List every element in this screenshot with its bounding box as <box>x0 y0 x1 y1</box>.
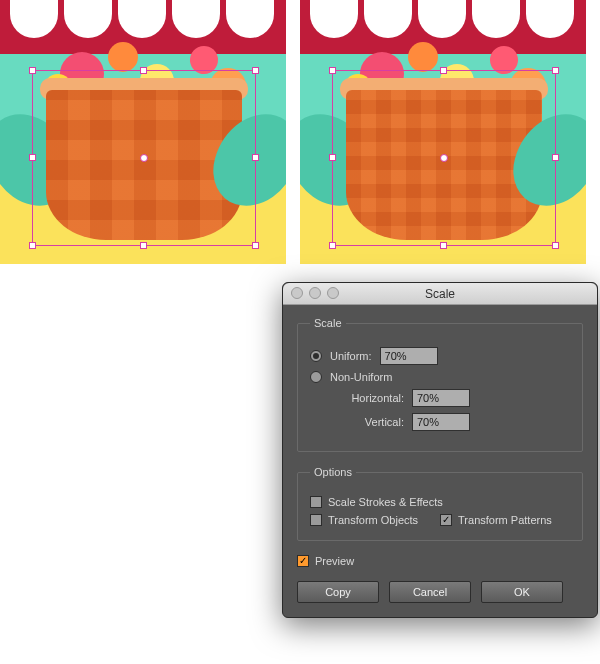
scale-dialog: Scale Scale Uniform: Non-Uniform Horizon… <box>282 282 598 618</box>
scale-strokes-label: Scale Strokes & Effects <box>328 496 443 508</box>
selection-bounds[interactable] <box>332 70 556 246</box>
scale-legend: Scale <box>310 317 346 329</box>
handle-mid-left[interactable] <box>329 154 336 161</box>
transform-patterns-label: Transform Patterns <box>458 514 552 526</box>
handle-mid-right[interactable] <box>552 154 559 161</box>
nonuniform-row: Non-Uniform <box>310 371 570 383</box>
handle-bottom-left[interactable] <box>329 242 336 249</box>
handle-top-center[interactable] <box>440 67 447 74</box>
uniform-input[interactable] <box>380 347 438 365</box>
transform-row: Transform Objects Transform Patterns <box>310 514 570 526</box>
vertical-label: Vertical: <box>330 416 404 428</box>
uniform-label: Uniform: <box>330 350 372 362</box>
window-controls <box>291 287 339 299</box>
scale-strokes-checkbox[interactable] <box>310 496 322 508</box>
horizontal-input[interactable] <box>412 389 470 407</box>
artboard-after <box>300 0 586 264</box>
zoom-icon[interactable] <box>327 287 339 299</box>
scale-strokes-row: Scale Strokes & Effects <box>310 496 570 508</box>
copy-button[interactable]: Copy <box>297 581 379 603</box>
dialog-title: Scale <box>425 287 455 301</box>
horizontal-row: Horizontal: <box>330 389 570 407</box>
options-legend: Options <box>310 466 356 478</box>
nonuniform-label: Non-Uniform <box>330 371 392 383</box>
uniform-row: Uniform: <box>310 347 570 365</box>
handle-bottom-right[interactable] <box>252 242 259 249</box>
selection-bounds[interactable] <box>32 70 256 246</box>
handle-top-left[interactable] <box>329 67 336 74</box>
center-point-icon[interactable] <box>440 154 448 162</box>
preview-checkbox[interactable] <box>297 555 309 567</box>
preview-label: Preview <box>315 555 354 567</box>
handle-top-right[interactable] <box>252 67 259 74</box>
dialog-body: Scale Uniform: Non-Uniform Horizontal: V… <box>283 305 597 617</box>
minimize-icon[interactable] <box>309 287 321 299</box>
titlebar[interactable]: Scale <box>283 283 597 305</box>
uniform-radio[interactable] <box>310 350 322 362</box>
scale-group: Scale Uniform: Non-Uniform Horizontal: V… <box>297 317 583 452</box>
vertical-row: Vertical: <box>330 413 570 431</box>
handle-bottom-left[interactable] <box>29 242 36 249</box>
ok-button[interactable]: OK <box>481 581 563 603</box>
preview-row: Preview <box>297 555 583 567</box>
center-point-icon[interactable] <box>140 154 148 162</box>
handle-mid-right[interactable] <box>252 154 259 161</box>
handle-bottom-center[interactable] <box>140 242 147 249</box>
handle-bottom-right[interactable] <box>552 242 559 249</box>
horizontal-label: Horizontal: <box>330 392 404 404</box>
vertical-input[interactable] <box>412 413 470 431</box>
transform-objects-checkbox[interactable] <box>310 514 322 526</box>
options-group: Options Scale Strokes & Effects Transfor… <box>297 466 583 541</box>
handle-bottom-center[interactable] <box>440 242 447 249</box>
handle-mid-left[interactable] <box>29 154 36 161</box>
handle-top-right[interactable] <box>552 67 559 74</box>
handle-top-center[interactable] <box>140 67 147 74</box>
transform-patterns-checkbox[interactable] <box>440 514 452 526</box>
transform-objects-label: Transform Objects <box>328 514 418 526</box>
close-icon[interactable] <box>291 287 303 299</box>
nonuniform-radio[interactable] <box>310 371 322 383</box>
handle-top-left[interactable] <box>29 67 36 74</box>
artboard-before <box>0 0 286 264</box>
artboards-row <box>0 0 600 278</box>
cancel-button[interactable]: Cancel <box>389 581 471 603</box>
button-row: Copy Cancel OK <box>297 581 583 603</box>
